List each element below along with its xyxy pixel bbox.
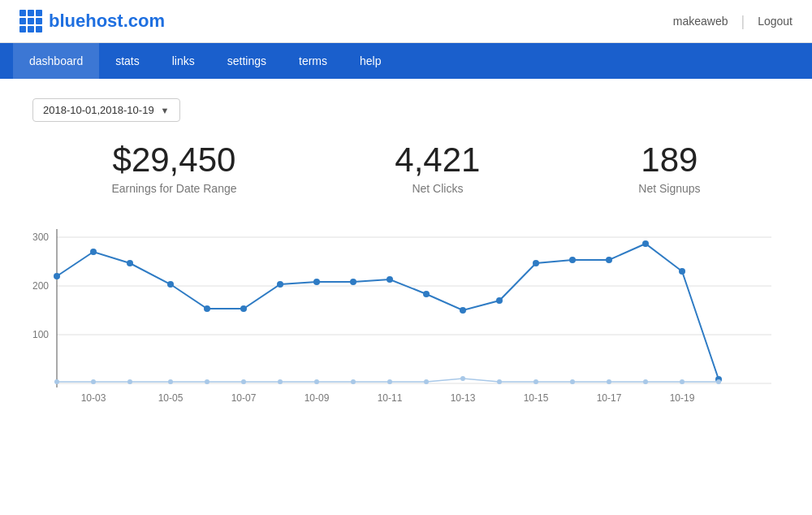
stat-signups-value: 189 bbox=[638, 141, 700, 179]
logo-text: bluehost.com bbox=[49, 11, 165, 32]
header-divider: | bbox=[741, 13, 745, 30]
date-range-selector[interactable]: 2018-10-01,2018-10-19 ▼ bbox=[32, 98, 180, 122]
svg-point-15 bbox=[313, 279, 320, 285]
logout-button[interactable]: Logout bbox=[758, 15, 793, 28]
svg-text:10-09: 10-09 bbox=[304, 392, 330, 404]
svg-point-23 bbox=[606, 257, 612, 263]
svg-point-8 bbox=[54, 273, 60, 279]
svg-point-41 bbox=[570, 379, 575, 384]
svg-text:10-05: 10-05 bbox=[158, 392, 184, 404]
svg-point-35 bbox=[351, 379, 356, 384]
svg-point-38 bbox=[460, 376, 465, 381]
svg-point-17 bbox=[387, 276, 393, 283]
nav-item-stats[interactable]: stats bbox=[99, 43, 156, 79]
svg-point-11 bbox=[167, 281, 174, 288]
svg-text:10-13: 10-13 bbox=[451, 392, 476, 404]
svg-text:10-19: 10-19 bbox=[670, 392, 695, 404]
nav-item-dashboard[interactable]: dashboard bbox=[13, 43, 99, 79]
svg-point-45 bbox=[716, 379, 721, 384]
svg-point-36 bbox=[387, 379, 392, 384]
svg-point-37 bbox=[424, 379, 429, 384]
stat-earnings-value: $29,450 bbox=[111, 141, 236, 179]
main-content: 2018-10-01,2018-10-19 ▼ $29,450 Earnings… bbox=[0, 79, 812, 435]
svg-point-29 bbox=[127, 379, 132, 384]
stat-clicks-value: 4,421 bbox=[395, 141, 480, 179]
svg-point-16 bbox=[350, 279, 356, 285]
stat-signups: 189 Net Signups bbox=[638, 141, 700, 195]
svg-point-14 bbox=[277, 281, 283, 288]
header-right: makeaweb | Logout bbox=[673, 13, 793, 30]
svg-point-31 bbox=[205, 379, 209, 384]
svg-point-20 bbox=[496, 297, 503, 304]
svg-point-21 bbox=[533, 260, 539, 266]
svg-point-13 bbox=[240, 305, 247, 312]
svg-text:100: 100 bbox=[32, 329, 49, 340]
svg-text:200: 200 bbox=[32, 280, 49, 292]
svg-point-30 bbox=[168, 379, 173, 384]
svg-point-40 bbox=[533, 379, 538, 384]
stat-clicks: 4,421 Net Clicks bbox=[395, 141, 480, 195]
logo-area: bluehost.com bbox=[19, 10, 165, 32]
logo-grid-icon bbox=[19, 10, 42, 32]
svg-point-12 bbox=[204, 305, 210, 312]
svg-text:10-03: 10-03 bbox=[81, 392, 106, 404]
svg-point-44 bbox=[680, 379, 685, 384]
username-label: makeaweb bbox=[673, 15, 728, 28]
svg-point-24 bbox=[642, 240, 649, 247]
svg-point-28 bbox=[91, 379, 96, 384]
nav-item-links[interactable]: links bbox=[156, 43, 211, 79]
svg-point-42 bbox=[607, 379, 611, 384]
svg-point-27 bbox=[54, 379, 59, 384]
date-range-value: 2018-10-01,2018-10-19 bbox=[43, 104, 154, 116]
svg-text:10-07: 10-07 bbox=[231, 392, 257, 404]
header: bluehost.com makeaweb | Logout bbox=[0, 0, 812, 43]
stat-clicks-label: Net Clicks bbox=[395, 182, 480, 195]
svg-text:10-11: 10-11 bbox=[378, 392, 403, 404]
svg-point-19 bbox=[460, 307, 466, 314]
svg-text:10-15: 10-15 bbox=[524, 392, 549, 404]
svg-point-43 bbox=[643, 379, 648, 384]
svg-point-39 bbox=[497, 379, 502, 384]
nav-item-terms[interactable]: terms bbox=[283, 43, 343, 79]
svg-point-25 bbox=[679, 268, 685, 275]
svg-point-34 bbox=[314, 379, 319, 384]
stat-earnings: $29,450 Earnings for Date Range bbox=[111, 141, 236, 195]
stat-earnings-label: Earnings for Date Range bbox=[111, 182, 236, 195]
svg-text:10-17: 10-17 bbox=[597, 392, 622, 404]
svg-point-18 bbox=[423, 291, 430, 297]
nav-item-settings[interactable]: settings bbox=[211, 43, 283, 79]
navigation: dashboard stats links settings terms hel… bbox=[0, 43, 812, 79]
line-chart: 300 200 100 bbox=[32, 221, 780, 416]
stats-row: $29,450 Earnings for Date Range 4,421 Ne… bbox=[32, 141, 780, 195]
chart-area: 300 200 100 bbox=[32, 221, 780, 416]
svg-point-22 bbox=[569, 257, 576, 263]
svg-point-32 bbox=[241, 379, 246, 384]
chevron-down-icon: ▼ bbox=[161, 106, 170, 115]
svg-point-9 bbox=[90, 249, 97, 255]
stat-signups-label: Net Signups bbox=[638, 182, 700, 195]
nav-item-help[interactable]: help bbox=[343, 43, 397, 79]
svg-text:300: 300 bbox=[32, 232, 49, 243]
svg-point-33 bbox=[278, 379, 283, 384]
svg-point-10 bbox=[127, 260, 133, 266]
